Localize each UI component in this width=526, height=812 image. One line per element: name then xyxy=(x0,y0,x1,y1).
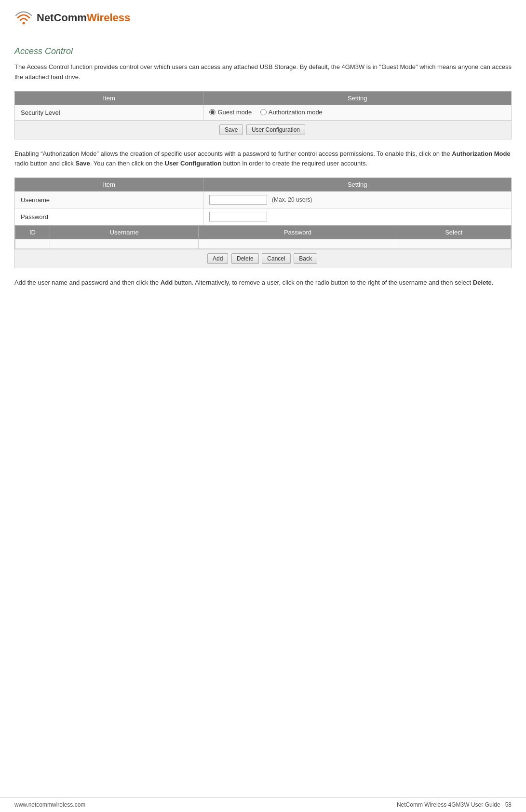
mid-text-part4: button in order to create the required u… xyxy=(221,160,367,167)
mid-text-part3: . You can then click on the xyxy=(90,160,165,167)
footer-right: NetComm Wireless 4GM3W User Guide 58 xyxy=(397,801,512,808)
mid-text-part2: radio button and click xyxy=(14,160,75,167)
logo-icon xyxy=(14,9,33,27)
section-title: Access Control xyxy=(14,46,512,56)
password-row: Password xyxy=(15,208,512,225)
bottom-text-part2: button. Alternatively, to remove a user,… xyxy=(173,279,473,286)
max-hint: (Max. 20 users) xyxy=(272,196,312,203)
password-setting xyxy=(203,208,512,225)
back-button[interactable]: Back xyxy=(294,253,317,264)
guest-mode-radio-label[interactable]: Guest mode xyxy=(209,109,252,116)
table2-buttons-row: Add Delete Cancel Back xyxy=(15,249,512,268)
sub-header-row: ID Username Password Select xyxy=(15,225,512,249)
username-input[interactable] xyxy=(209,195,267,205)
auth-mode-radio[interactable] xyxy=(260,109,267,115)
cancel-button[interactable]: Cancel xyxy=(262,253,290,264)
bottom-text: Add the user name and password and then … xyxy=(14,278,512,288)
logo-text: NetCommWireless xyxy=(37,12,130,24)
security-level-setting: Guest mode Authorization mode xyxy=(203,105,512,120)
guest-mode-label: Guest mode xyxy=(217,109,252,116)
security-level-label: Security Level xyxy=(15,105,203,120)
bottom-text-part3: . xyxy=(492,279,494,286)
svg-point-1 xyxy=(23,22,25,25)
mid-text: Enabling “Authorization Mode” allows the… xyxy=(14,149,512,169)
table2-col-setting: Setting xyxy=(203,178,512,192)
password-col-header: Password xyxy=(199,226,397,239)
table1-col-setting: Setting xyxy=(203,91,512,105)
intro-text: The Access Control function provides con… xyxy=(14,62,512,83)
table1-col-item: Item xyxy=(15,91,203,105)
password-label: Password xyxy=(15,208,203,225)
add-button[interactable]: Add xyxy=(207,253,228,264)
mid-text-bold3: User Configuration xyxy=(165,160,222,167)
page-footer: www.netcommwireless.com NetComm Wireless… xyxy=(0,797,526,812)
page-content: Access Control The Access Control functi… xyxy=(0,32,526,316)
empty-data-row xyxy=(15,239,511,249)
user-configuration-button[interactable]: User Configuration xyxy=(246,124,305,135)
username-col-header: Username xyxy=(50,226,198,239)
password-input[interactable] xyxy=(209,212,267,221)
bottom-text-bold1: Add xyxy=(161,279,173,286)
id-col-header: ID xyxy=(15,226,50,239)
security-level-table: Item Setting Security Level Guest mode A… xyxy=(14,91,512,139)
guest-mode-radio[interactable] xyxy=(209,109,216,115)
mid-text-part1: Enabling “Authorization Mode” allows the… xyxy=(14,150,452,157)
delete-button[interactable]: Delete xyxy=(231,253,259,264)
mid-text-bold1: Authorization Mode xyxy=(452,150,510,157)
security-level-row: Security Level Guest mode Authorization … xyxy=(15,105,512,120)
username-setting: (Max. 20 users) xyxy=(203,192,512,208)
page-header: NetCommWireless xyxy=(0,0,526,32)
table1-buttons-row: Save User Configuration xyxy=(15,120,512,139)
logo-area: NetCommWireless xyxy=(14,9,130,27)
footer-left: www.netcommwireless.com xyxy=(14,801,85,808)
auth-mode-label: Authorization mode xyxy=(269,109,323,116)
select-col-header: Select xyxy=(397,226,511,239)
table2-col-item: Item xyxy=(15,178,203,192)
user-config-table: Item Setting Username (Max. 20 users) Pa… xyxy=(14,178,512,268)
bottom-text-bold2: Delete xyxy=(473,279,492,286)
table2-buttons-cell: Add Delete Cancel Back xyxy=(15,249,512,268)
save-button[interactable]: Save xyxy=(219,124,243,135)
mid-text-bold2: Save xyxy=(75,160,90,167)
bottom-text-part1: Add the user name and password and then … xyxy=(14,279,161,286)
username-row: Username (Max. 20 users) xyxy=(15,192,512,208)
auth-mode-radio-label[interactable]: Authorization mode xyxy=(260,109,323,116)
table1-buttons-cell: Save User Configuration xyxy=(15,120,512,139)
username-label: Username xyxy=(15,192,203,208)
